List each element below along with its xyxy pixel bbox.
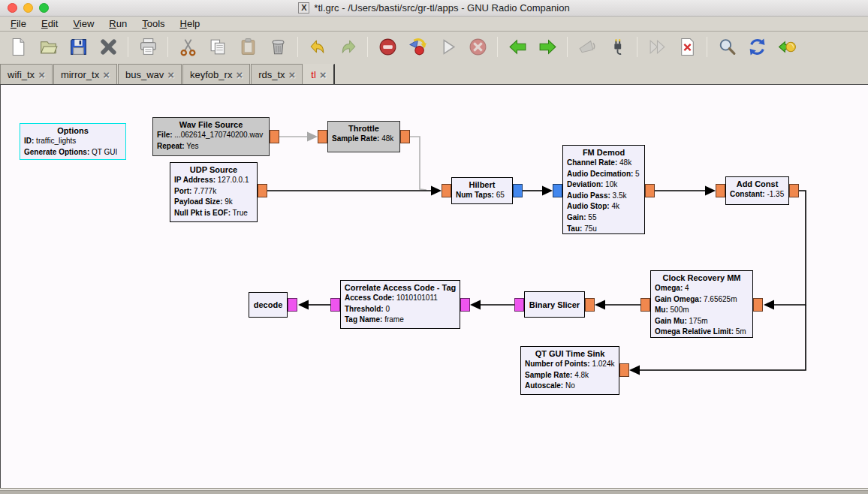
menu-tools[interactable]: Tools [134,17,172,31]
title-bar: X *tl.grc - /Users/basti/src/gr-tl/apps … [0,0,868,17]
megaphone-button[interactable] [574,35,600,60]
throttle-in-port[interactable] [318,130,327,143]
find-block-button[interactable] [714,35,740,60]
tab-close-icon[interactable]: × [38,69,45,80]
connection-udp-hilbert[interactable] [267,186,442,196]
tab-rds_tx[interactable]: rds_tx× [251,64,303,84]
reload-blocks-button[interactable] [744,35,770,60]
binary-slicer-out-port[interactable] [514,298,524,312]
hilbert-out-port[interactable] [513,184,523,197]
new-flowgraph-button[interactable] [5,35,31,60]
throttle-out-port[interactable] [400,130,410,143]
menu-bar: FileEditViewRunToolsHelp [0,17,868,32]
block-udp-source[interactable]: UDP SourceIP Address: 127.0.0.1Port: 7.7… [170,162,258,222]
kill-flowgraph-button[interactable] [465,35,490,60]
window-title: *tl.grc - /Users/basti/src/gr-tl/apps - … [314,2,569,14]
back-button[interactable] [505,35,530,60]
tab-bus_wav[interactable]: bus_wav× [118,64,182,84]
open-flowgraph-button[interactable] [35,35,61,60]
block-clock-recovery-mm[interactable]: Clock Recovery MMOmega: 4Gain Omega: 7.6… [650,270,753,338]
block-hilbert[interactable]: HilbertNum Taps: 65 [451,177,513,204]
menu-view[interactable]: View [65,17,101,31]
block-decode[interactable]: decode [249,292,288,318]
menu-run[interactable]: Run [101,17,134,31]
clock-recovery-mm-in-port[interactable] [753,298,763,312]
forward-button[interactable] [535,35,560,60]
menu-help[interactable]: Help [173,17,208,31]
tab-mirror_tx[interactable]: mirror_tx× [53,64,117,84]
block-params: Constant: -1.35 [726,188,788,203]
udp-source-out-port[interactable] [258,184,267,197]
cut-button[interactable] [175,35,200,60]
fm-demod-in-port[interactable] [553,184,562,197]
correlate-access-code-in-port[interactable] [460,298,470,312]
binary-slicer-in-port[interactable] [585,298,595,312]
tab-label: rds_tx [258,69,285,80]
connection-throttle-hilbert[interactable] [410,137,426,190]
block-param: Port: 7.777k [174,186,253,197]
block-wav-file-source[interactable]: Wav File SourceFile: ...062614_170740200… [152,117,270,156]
block-binary-slicer[interactable]: Binary Slicer [524,291,585,318]
block-throttle[interactable]: ThrottleSample Rate: 48k [327,121,400,152]
minimize-window-button[interactable] [23,3,33,13]
redo-button[interactable] [335,35,360,60]
hilbert-in-port[interactable] [442,184,451,197]
add-const-in-port[interactable] [716,184,725,197]
error-report-button[interactable] [674,35,700,60]
connection-addconst-clockrecovery[interactable] [764,191,806,310]
block-param: Null Pkt is EOF: True [174,208,253,219]
save-flowgraph-button[interactable] [65,35,91,60]
close-page-button[interactable] [95,35,121,60]
block-param: Threshold: 0 [345,304,456,315]
flowgraph-errors-button[interactable] [375,35,400,60]
tab-close-icon[interactable]: × [236,69,243,80]
delete-button[interactable] [265,35,291,60]
add-const-out-port[interactable] [789,184,799,197]
tab-close-icon[interactable]: × [320,69,327,80]
fm-demod-out-port[interactable] [645,184,655,197]
toolbar-separator [707,37,707,57]
block-param: Gain Mu: 175m [655,316,749,327]
block-add-const[interactable]: Add ConstConstant: -1.35 [725,176,789,205]
menu-edit[interactable]: Edit [34,17,65,31]
block-params: Channel Rate: 48kAudio Decimation: 5Devi… [563,157,644,236]
execute-flowgraph-button[interactable] [435,35,460,60]
tab-close-icon[interactable]: × [103,69,110,80]
menu-file[interactable]: File [3,17,34,31]
close-window-button[interactable] [8,3,17,13]
connection-clockrecovery-binaryslicer[interactable] [595,300,640,310]
zoom-window-button[interactable] [39,3,49,13]
flowgraph-canvas[interactable]: OptionsID: traffic_lightsGenerate Option… [0,84,868,488]
parser-errors-button[interactable] [774,35,800,60]
qt-gui-time-sink-in-port[interactable] [619,363,629,377]
decode-in-port[interactable] [288,298,297,312]
connection-binaryslicer-correlate[interactable] [470,300,514,310]
clock-recovery-mm-out-port[interactable] [640,298,650,312]
print-button[interactable] [135,35,161,60]
connection-hilbert-fmdemod[interactable] [523,186,553,196]
tab-keyfob_rx[interactable]: keyfob_rx× [182,64,250,84]
correlate-access-code-out-port[interactable] [330,298,340,312]
tab-wifi_tx[interactable]: wifi_tx× [0,64,53,84]
tab-close-icon[interactable]: × [167,69,174,80]
connection-correlate-decode[interactable] [298,300,330,310]
block-correlate-access-code[interactable]: Correlate Access Code - TagAccess Code: … [340,280,460,329]
fast-forward-button[interactable] [644,35,670,60]
tab-close-icon[interactable]: × [289,69,296,80]
plug-button[interactable] [604,35,630,60]
block-qt-gui-time-sink[interactable]: QT GUI Time SinkNumber of Points: 1.024k… [520,346,619,395]
undo-button[interactable] [305,35,330,60]
toolbar-separator [567,37,568,57]
tab-tl[interactable]: tl× [303,64,334,84]
paste-button[interactable] [235,35,261,60]
block-title: QT GUI Time Sink [521,347,619,358]
tab-label: mirror_tx [61,69,99,80]
block-fm-demod[interactable]: FM DemodChannel Rate: 48kAudio Decimatio… [562,145,645,234]
generate-flowgraph-button[interactable] [405,35,430,60]
copy-button[interactable] [205,35,231,60]
block-title: Options [20,124,125,135]
wav-file-source-out-port[interactable] [270,130,279,143]
block-options[interactable]: OptionsID: traffic_lightsGenerate Option… [20,123,126,160]
connection-fmdemod-addconst[interactable] [655,186,716,196]
connection-wav-throttle[interactable] [279,132,318,142]
